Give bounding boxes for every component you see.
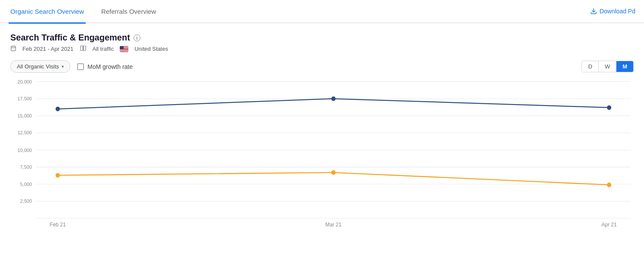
section-title-text: Search Traffic & Engagement: [10, 33, 130, 43]
x-label-mar: Mar 21: [325, 222, 341, 228]
orange-dot-feb: [56, 173, 60, 178]
time-btn-d[interactable]: D: [582, 61, 598, 72]
tab-referrals[interactable]: Referrals Overview: [100, 0, 158, 24]
mom-growth-checkbox-label[interactable]: MoM growth rate: [77, 63, 133, 70]
compare-icon: [80, 45, 87, 53]
svg-text:17,500: 17,500: [17, 96, 32, 101]
download-button[interactable]: Download Pd: [590, 8, 635, 15]
svg-text:12,500: 12,500: [17, 130, 32, 135]
us-flag-icon: [120, 46, 128, 52]
svg-text:5,000: 5,000: [20, 182, 32, 187]
chart-container: 20,000 17,500 15,000 12,500 10,000 7,500…: [10, 77, 634, 232]
time-btn-w[interactable]: W: [599, 61, 616, 72]
date-range: Feb 2021 - Apr 2021: [22, 46, 74, 52]
traffic-chart: 20,000 17,500 15,000 12,500 10,000 7,500…: [10, 77, 634, 232]
svg-text:2,500: 2,500: [20, 198, 32, 204]
country-label: United States: [134, 46, 168, 52]
svg-rect-1: [11, 46, 16, 51]
traffic-type: All traffic: [93, 46, 114, 52]
svg-text:10,000: 10,000: [17, 147, 32, 152]
tab-organic[interactable]: Organic Search Overview: [9, 0, 86, 24]
calendar-icon: [10, 45, 16, 53]
svg-rect-6: [83, 46, 85, 51]
x-label-apr: Apr 21: [601, 222, 616, 228]
svg-text:7,500: 7,500: [20, 164, 32, 170]
mom-growth-label: MoM growth rate: [87, 63, 133, 70]
info-icon[interactable]: i: [134, 34, 140, 41]
orange-dot-mar: [331, 170, 336, 175]
organic-visits-dropdown[interactable]: All Organic Visits ▾: [10, 60, 70, 73]
section-title-row: Search Traffic & Engagement i: [10, 33, 634, 43]
x-label-feb: Feb 21: [50, 222, 65, 228]
meta-row: Feb 2021 - Apr 2021 All traffic United S…: [10, 45, 634, 53]
blue-dot-mar: [331, 96, 336, 101]
controls-row: All Organic Visits ▾ MoM growth rate D W…: [10, 60, 634, 73]
svg-rect-5: [81, 46, 83, 51]
blue-dot-apr: [607, 105, 611, 110]
dropdown-label: All Organic Visits: [17, 63, 59, 70]
tabs-bar: Organic Search Overview Referrals Overvi…: [0, 0, 644, 23]
main-content: Search Traffic & Engagement i Feb 2021 -…: [0, 23, 644, 232]
tab-referrals-label: Referrals Overview: [101, 8, 156, 15]
mom-growth-checkbox[interactable]: [77, 63, 84, 70]
tab-organic-label: Organic Search Overview: [10, 8, 84, 15]
chevron-down-icon: ▾: [62, 64, 64, 69]
blue-dot-feb: [56, 107, 60, 111]
time-period-buttons: D W M: [582, 61, 634, 72]
time-btn-m[interactable]: M: [616, 61, 633, 72]
orange-dot-apr: [607, 183, 611, 187]
download-icon: [590, 8, 597, 15]
download-label: Download Pd: [600, 8, 635, 15]
svg-text:20,000: 20,000: [17, 79, 32, 84]
svg-text:15,000: 15,000: [17, 113, 32, 118]
